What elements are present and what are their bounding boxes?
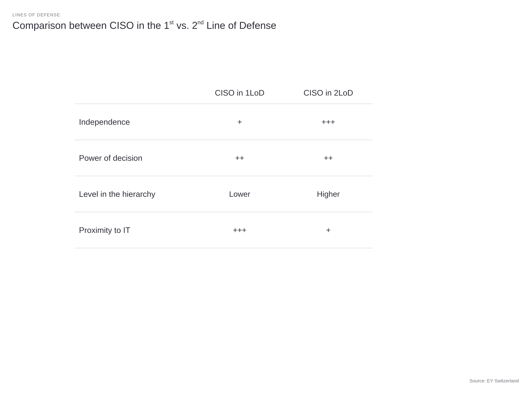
row-col2: ++ (284, 153, 373, 163)
row-label: Power of decision (75, 153, 195, 163)
title-part-1: Comparison between CISO in the 1 (12, 20, 170, 31)
page-title: Comparison between CISO in the 1st vs. 2… (12, 19, 276, 31)
eyebrow-label: LINES OF DEFENSE (12, 12, 60, 17)
row-col1: +++ (195, 226, 284, 234)
source-attribution: Source: EY Switzerland (469, 378, 519, 384)
table-row: Independence + +++ (75, 104, 373, 140)
table-header-row: CISO in 1LoD CISO in 2LoD (75, 82, 373, 104)
row-col2: Higher (284, 189, 373, 198)
row-label: Level in the hierarchy (75, 189, 195, 199)
table-header-col1: CISO in 1LoD (195, 88, 284, 97)
table-row: Proximity to IT +++ + (75, 212, 373, 248)
table-row: Power of decision ++ ++ (75, 140, 373, 176)
row-col2: + (284, 226, 373, 234)
table-header-col2: CISO in 2LoD (284, 88, 373, 97)
row-label: Proximity to IT (75, 225, 195, 235)
title-sup-2: nd (198, 19, 204, 25)
row-col1: + (195, 117, 284, 126)
row-col1: ++ (195, 153, 284, 163)
row-label: Independence (75, 117, 195, 127)
comparison-table: CISO in 1LoD CISO in 2LoD Independence +… (75, 82, 373, 248)
title-part-2: vs. 2 (174, 20, 198, 31)
row-col2: +++ (284, 117, 373, 126)
table-row: Level in the hierarchy Lower Higher (75, 176, 373, 212)
row-col1: Lower (195, 189, 284, 198)
title-sup-1: st (170, 19, 174, 25)
title-part-3: Line of Defense (204, 20, 276, 31)
